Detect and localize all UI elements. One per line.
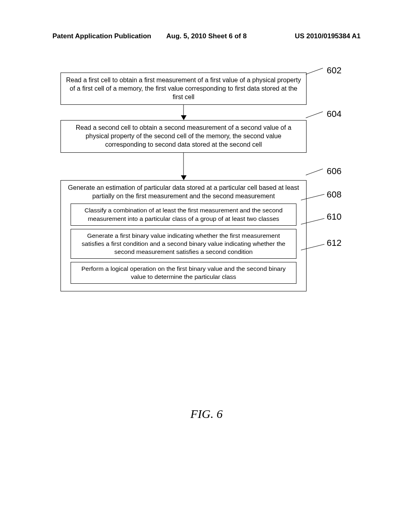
- step-606-text: Generate an estimation of particular dat…: [68, 184, 299, 200]
- header-left: Patent Application Publication: [52, 32, 151, 40]
- arrow-602-604: [98, 105, 269, 120]
- arrow-604-606: [98, 153, 269, 180]
- arrow-head-icon: [181, 175, 186, 180]
- step-608: Classify a combination of at least the f…: [71, 204, 296, 225]
- step-612-text: Perform a logical operation on the first…: [81, 265, 286, 280]
- label-608: 608: [327, 189, 342, 200]
- step-604-text: Read a second cell to obtain a second me…: [76, 124, 292, 148]
- header-right: US 2010/0195384 A1: [295, 32, 361, 40]
- step-606: Generate an estimation of particular dat…: [60, 180, 307, 292]
- label-612: 612: [327, 238, 342, 248]
- flowchart: Read a first cell to obtain a first meas…: [60, 73, 355, 291]
- arrow-line: [184, 105, 184, 115]
- step-612: Perform a logical operation on the first…: [71, 262, 296, 284]
- step-602: Read a first cell to obtain a first meas…: [60, 73, 307, 105]
- label-604: 604: [327, 109, 342, 119]
- label-606: 606: [327, 166, 342, 177]
- arrow-head-icon: [181, 115, 186, 120]
- step-608-text: Classify a combination of at least the f…: [84, 207, 282, 222]
- page-header: Patent Application Publication Aug. 5, 2…: [0, 32, 413, 40]
- callout-line-606: [306, 169, 323, 175]
- step-604: Read a second cell to obtain a second me…: [60, 120, 307, 152]
- header-center: Aug. 5, 2010 Sheet 6 of 8: [166, 32, 246, 40]
- callout-line-602: [306, 68, 323, 75]
- step-610-text: Generate a first binary value indicating…: [82, 232, 286, 255]
- figure-caption: FIG. 6: [190, 407, 223, 421]
- arrow-line: [184, 153, 184, 175]
- step-610: Generate a first binary value indicating…: [71, 229, 296, 259]
- callout-line-604: [306, 112, 323, 118]
- label-610: 610: [327, 212, 342, 222]
- step-602-text: Read a first cell to obtain a first meas…: [66, 77, 301, 100]
- label-602: 602: [327, 65, 342, 76]
